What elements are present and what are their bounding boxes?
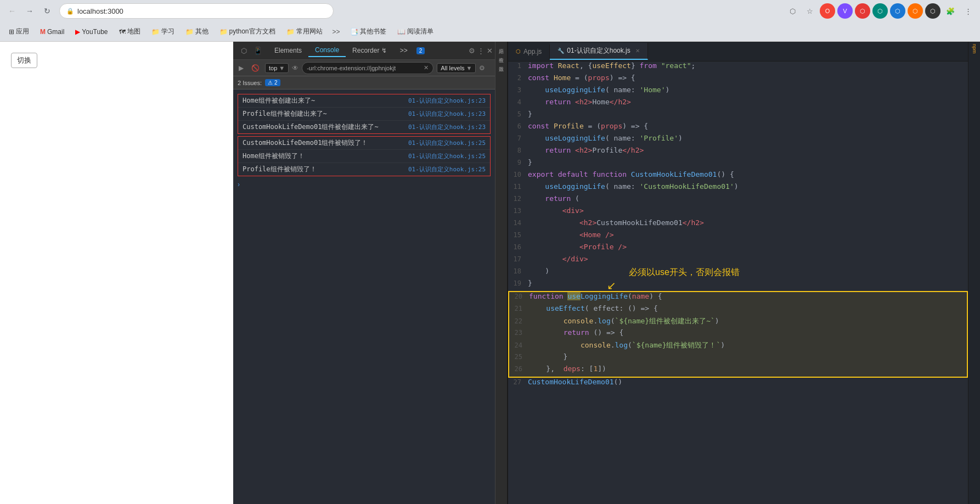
cast-icon[interactable]: ⬡ (785, 3, 800, 19)
eye-icon[interactable]: 👁 (292, 64, 298, 72)
editor-tab-customhook[interactable]: 🔧 01-认识自定义hook.js ✕ (550, 43, 647, 60)
back-button[interactable]: ← (4, 3, 20, 19)
side-label-original[interactable]: 原始 (497, 44, 506, 46)
bookmark-youtube[interactable]: ▶ YouTube (71, 26, 112, 37)
folder-study-icon: 📁 (151, 28, 160, 36)
side-label-inspect[interactable]: 检查 (497, 53, 506, 55)
bookmark-reading[interactable]: 📖 阅读清单 (393, 25, 438, 38)
maps-icon: 🗺 (119, 28, 126, 36)
gmail-icon: M (40, 28, 46, 36)
levels-arrow: ▼ (466, 65, 472, 71)
devtools-tabbar: ⬡ 📱 Elements Console Recorder ↯ >> 2 ⚙ ⋮… (233, 42, 495, 60)
forward-button[interactable]: → (22, 3, 37, 19)
reading-icon: 📖 (397, 28, 405, 36)
console-group-destruction: CustomHookLifeDemo01组件被销毁了！ 01-认识自定义hook… (238, 136, 491, 176)
filter-text: -url:chrome-extension://jgphnjokjt (307, 65, 396, 71)
ext-blue-icon[interactable]: ⬡ (890, 3, 905, 19)
ext-puzzle-icon[interactable]: 🧩 (943, 3, 958, 19)
devtools-more-icon[interactable]: ⋮ (477, 47, 485, 55)
top-dropdown[interactable]: top ▼ (265, 63, 289, 73)
ext-orange-icon[interactable]: ⬡ (908, 3, 923, 19)
bookmark-study[interactable]: 📁 学习 (147, 25, 179, 38)
code-content: 1 import React, {useEffect} from "react"… (508, 61, 968, 504)
lock-icon: 🔒 (66, 8, 74, 15)
console-link-5[interactable]: 01-认识自定义hook.js:25 (408, 152, 486, 160)
browser-window: ← → ↻ 🔒 localhost:3000 ⬡ ☆ O V ⬡ ⬡ ⬡ ⬡ ⬡… (0, 0, 980, 504)
device-icon[interactable]: 📱 (251, 46, 264, 56)
bookmark-other2[interactable]: 📑 其他书签 (346, 25, 391, 38)
bookmark-gmail[interactable]: M Gmail (36, 26, 69, 37)
filter-clear-icon[interactable]: ✕ (424, 64, 429, 71)
close-devtools-icon[interactable]: ✕ (487, 47, 493, 55)
console-group-creation: Home组件被创建出来了~ 01-认识自定义hook.js:23 Profile… (238, 94, 491, 134)
highlight-box: 20 function useLoggingLife(name) { 21 us… (508, 291, 968, 378)
url-text: localhost:3000 (77, 7, 123, 15)
code-line-19: 19 } ↙ (508, 279, 968, 291)
ext-teal-icon[interactable]: ⬡ (872, 3, 888, 19)
switch-button[interactable]: 切换 (11, 53, 37, 68)
tab-console[interactable]: Console (308, 44, 346, 57)
warning-icon: ⚠ (268, 80, 273, 86)
code-line-14: 14 <h2>CustomHookLifeDemo01</h2> (508, 219, 968, 231)
console-toolbar: ▶ 🚫 top ▼ 👁 -url:chrome-extension://jgph… (233, 60, 495, 76)
console-link-6[interactable]: 01-认识自定义hook.js:25 (408, 165, 486, 173)
bookmark-common[interactable]: 📁 常用网站 (282, 25, 327, 38)
bookmark-maps[interactable]: 🗺 地图 (115, 25, 145, 38)
console-link-1[interactable]: 01-认识自定义hook.js:23 (408, 97, 486, 105)
inspect-icon[interactable]: ⬡ (239, 46, 249, 56)
editor-tabs: ⬡ App.js 🔧 01-认识自定义hook.js ✕ (508, 42, 968, 61)
clear-console-icon[interactable]: 🚫 (249, 63, 262, 73)
annotation-arrow: ↙ (607, 279, 616, 292)
filter-input[interactable]: -url:chrome-extension://jgphnjokjt ✕ (302, 62, 433, 74)
code-line-27: 27 CustomHookLifeDemo01() (508, 378, 968, 390)
side-label-save[interactable]: 数藏 (497, 500, 506, 502)
menu-icon[interactable]: ⋮ (960, 3, 976, 19)
ext-red-icon[interactable]: ⬡ (855, 3, 870, 19)
bookmark-other[interactable]: 📁 其他 (181, 25, 213, 38)
code-line-13: 13 <div> (508, 206, 968, 219)
code-line-25: 25 } (509, 352, 967, 365)
console-settings-icon[interactable]: ⚙ (479, 64, 485, 72)
code-line-26: 26 }, deps: [1]) (509, 365, 967, 377)
code-line-23: 23 return () => { (509, 328, 967, 340)
code-line-5: 5 } (508, 110, 968, 122)
code-editor-pane: ⬡ App.js 🔧 01-认识自定义hook.js ✕ 1 import Re… (507, 42, 968, 504)
console-row: CustomHookLifeDemo01组件被销毁了！ 01-认识自定义hook… (238, 137, 490, 149)
console-link-4[interactable]: 01-认识自定义hook.js:25 (408, 139, 486, 147)
code-line-1: 1 import React, {useEffect} from "react"… (508, 61, 968, 74)
refresh-button[interactable]: ↻ (40, 3, 55, 19)
console-row: Profile组件被创建出来了~ 01-认识自定义hook.js:23 (238, 107, 490, 120)
tab-recorder[interactable]: Recorder ↯ (346, 44, 393, 57)
nav-buttons: ← → ↻ (4, 3, 55, 19)
code-line-11: 11 useLoggingLife( name: 'CustomHookLife… (508, 182, 968, 194)
console-back-icon[interactable]: ▶ (236, 63, 246, 73)
editor-tab-appjs[interactable]: ⬡ App.js (508, 44, 550, 59)
console-msg-5: Home组件被销毁了！ (243, 152, 408, 161)
tab-more[interactable]: >> (393, 44, 414, 57)
ext-dark-icon[interactable]: ⬡ (925, 3, 940, 19)
console-msg-4: CustomHookLifeDemo01组件被销毁了！ (243, 138, 408, 148)
folder-other-icon: 📁 (185, 28, 194, 36)
bookmark-python[interactable]: 📁 python官方文档 (215, 25, 280, 38)
levels-dropdown[interactable]: All levels ▼ (437, 63, 476, 73)
console-prompt: › (233, 178, 495, 191)
bookmark-icon[interactable]: ☆ (802, 3, 818, 19)
console-link-2[interactable]: 01-认识自定义hook.js:23 (408, 110, 486, 118)
tab-elements[interactable]: Elements (268, 44, 308, 57)
customhook-icon: 🔧 (557, 48, 564, 54)
youtube-icon: ▶ (75, 28, 80, 36)
bookmarks-icon: 📑 (350, 28, 358, 36)
side-npm-icon[interactable]: npm (972, 44, 977, 54)
tab-close-icon[interactable]: ✕ (635, 48, 640, 54)
issues-label: 2 Issues: (238, 80, 262, 86)
bookmarks-more[interactable]: >> (329, 27, 343, 37)
console-link-3[interactable]: 01-认识自定义hook.js:23 (408, 123, 486, 131)
folder-common-icon: 📁 (286, 28, 295, 36)
ext-opera-icon[interactable]: O (820, 3, 835, 19)
settings-icon[interactable]: ⚙ (469, 47, 475, 55)
bookmark-apps[interactable]: ⊞ 应用 (4, 25, 33, 38)
ext-viola-icon[interactable]: V (837, 3, 853, 19)
code-line-9: 9 } (508, 158, 968, 170)
address-bar[interactable]: 🔒 localhost:3000 (59, 3, 334, 19)
side-label-effect[interactable]: 效题 (497, 61, 506, 64)
